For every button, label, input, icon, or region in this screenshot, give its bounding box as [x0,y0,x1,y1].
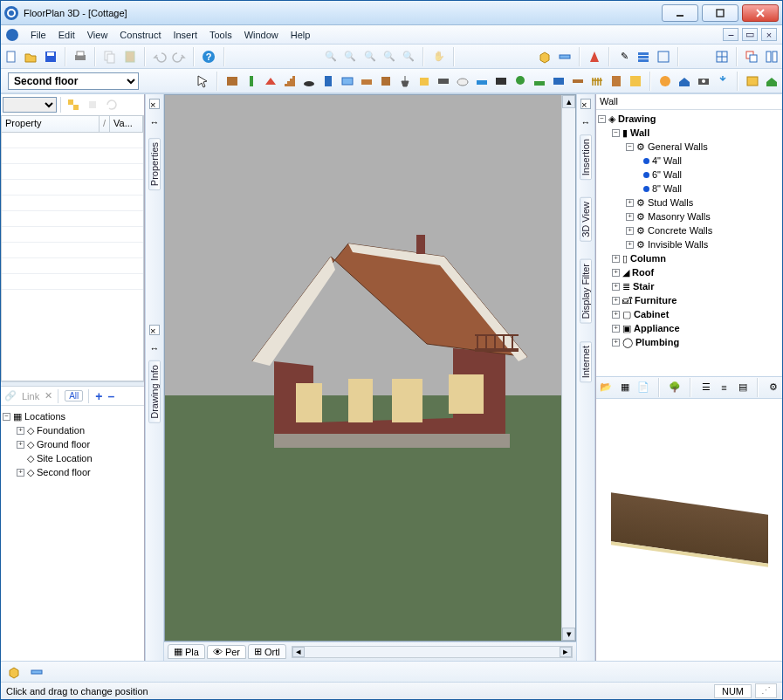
prop-collapse-icon[interactable] [85,97,100,113]
cat-stud-walls[interactable]: +⚙Stud Walls [598,196,780,209]
furniture-icon[interactable] [360,73,374,89]
link-icon[interactable]: 🔗 [4,390,17,401]
tab-internet[interactable]: Internet [580,341,592,382]
arrows-icon[interactable]: ↔ [150,343,160,353]
deck-icon[interactable] [494,73,508,89]
zoom-out-icon[interactable]: 🔍 [343,49,357,65]
location-second-floor[interactable]: +◇Second floor [3,465,142,479]
location-ground-floor[interactable]: +◇Ground floor [3,437,142,451]
copy-icon[interactable] [103,49,117,65]
prop-reset-icon[interactable] [104,97,120,113]
cat-detail-icon[interactable]: ≡ [718,380,730,395]
roof-icon[interactable] [264,73,278,89]
stair-icon[interactable] [283,73,297,89]
plant-icon[interactable] [513,73,527,89]
cat-column[interactable]: +▯Column [598,251,780,265]
menu-window[interactable]: Window [244,30,278,40]
collapse-all-icon[interactable]: – [108,389,115,403]
prop-sort-icon[interactable]: / [100,116,110,132]
pin-icon[interactable]: × [580,99,591,109]
menu-file[interactable]: File [31,30,46,40]
help-icon[interactable]: ? [202,49,216,65]
delete-link-icon[interactable]: ✕ [45,390,52,401]
tv-icon[interactable] [552,73,566,89]
light-icon[interactable] [716,73,730,89]
tab-properties[interactable]: Properties [148,138,161,190]
menu-help[interactable]: Help [291,30,311,40]
location-foundation[interactable]: +◇Foundation [3,423,142,437]
cat-list-icon[interactable]: ☰ [700,380,711,395]
window-icon[interactable] [340,73,354,89]
menu-view[interactable]: View [87,30,108,40]
door-icon[interactable] [321,73,335,89]
zoom-in-icon[interactable]: 🔍 [324,49,338,65]
menu-tools[interactable]: Tools [209,30,232,40]
camera-icon[interactable] [697,73,711,89]
view-tab-plan[interactable]: ▦Pla [168,644,205,659]
cat-new-icon[interactable]: 📄 [637,380,649,395]
wall-8in[interactable]: 8" Wall [598,182,780,196]
tab-3d-view[interactable]: 3D View [580,197,592,242]
prop-col-property[interactable]: Property [2,116,100,132]
arrows-icon[interactable]: ↔ [150,117,160,127]
undo-icon[interactable] [153,49,167,65]
layers-icon[interactable] [636,49,650,65]
zoom-prev-icon[interactable]: 🔍 [402,49,416,65]
plumbing-icon[interactable] [456,73,470,89]
cat-general-walls[interactable]: −⚙General Walls [598,140,780,154]
lamp-icon[interactable] [398,73,412,89]
landscape-icon[interactable] [302,73,316,89]
prop-col-value[interactable]: Va... [110,116,143,132]
wall-4in[interactable]: 4" Wall [598,154,780,168]
cat-appliance[interactable]: +▣Appliance [598,321,780,335]
wall-tool-icon[interactable] [225,73,239,89]
cat-invisible-walls[interactable]: +⚙Invisible Walls [598,237,780,251]
measure-icon[interactable] [557,49,571,65]
cat-concrete-walls[interactable]: +⚙Concrete Walls [598,223,780,237]
redo-icon[interactable] [172,49,186,65]
expand-all-icon[interactable]: + [95,389,102,403]
mdi-restore-button[interactable]: ▭ [742,28,758,41]
cat-roof[interactable]: +◢Roof [598,265,780,279]
terrain-icon[interactable] [532,73,546,89]
cat-furniture[interactable]: +🛋Furniture [598,293,780,307]
locations-root[interactable]: −▦Locations [3,409,142,423]
maximize-button[interactable] [702,4,738,22]
view-tab-ortho[interactable]: ⊞Ortl [248,644,286,659]
locations-tree[interactable]: −▦Locations +◇Foundation +◇Ground floor … [1,406,144,661]
menu-insert[interactable]: Insert [173,30,197,40]
path-icon[interactable] [571,73,585,89]
prop-filter-select[interactable] [3,97,57,113]
view-tab-perspective[interactable]: 👁Per [207,645,246,659]
status-resize-grip[interactable]: ⋰ [755,683,777,698]
cat-cabinet[interactable]: +▢Cabinet [598,307,780,321]
paste-icon[interactable] [122,49,136,65]
scroll-up-icon[interactable]: ▴ [562,95,575,108]
tab-drawing-info[interactable]: Drawing Info [148,360,161,423]
prop-expand-icon[interactable] [65,97,81,113]
location-site[interactable]: ◇Site Location [3,451,142,465]
new-icon[interactable] [4,49,18,65]
open-icon[interactable] [24,49,38,65]
window-list-icon[interactable] [656,49,670,65]
scroll-down-icon[interactable]: ▾ [562,628,575,641]
titlebar[interactable]: FloorPlan 3D - [Cottage] [1,1,782,25]
cat-thumb-icon[interactable]: ▤ [737,380,748,395]
arrows-icon[interactable]: ↔ [581,117,591,127]
cabinet-icon[interactable] [379,73,393,89]
print-icon[interactable] [73,49,87,65]
text-icon[interactable] [628,73,642,89]
cat-wall[interactable]: −▮Wall [598,126,780,140]
viewport-hscroll[interactable]: ◂▸ [292,646,573,658]
column-icon[interactable] [244,73,258,89]
catalog-tree[interactable]: −◈Drawing −▮Wall −⚙General Walls 4" Wall… [596,110,782,376]
house-icon[interactable] [677,73,691,89]
home-builder-icon[interactable] [765,73,779,89]
menu-construct[interactable]: Construct [120,30,161,40]
menu-edit[interactable]: Edit [58,30,75,40]
close-button[interactable] [742,4,779,22]
pointer-icon[interactable] [196,73,209,89]
pool-icon[interactable] [475,73,489,89]
cat-masonry-walls[interactable]: +⚙Masonry Walls [598,209,780,223]
cascade-icon[interactable] [745,49,759,65]
